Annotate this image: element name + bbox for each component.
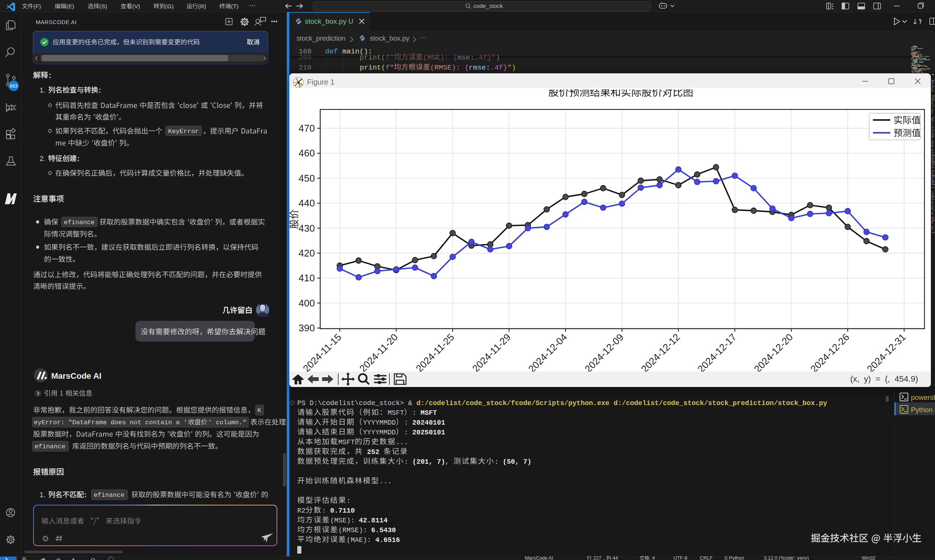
svg-text:行 227，列 44: 行 227，列 44 — [587, 555, 618, 560]
svg-text:410: 410 — [299, 272, 315, 283]
svg-text:CRLF: CRLF — [700, 555, 713, 560]
svg-text:400: 400 — [299, 297, 315, 309]
svg-text:390: 390 — [299, 322, 315, 334]
svg-text:470: 470 — [299, 123, 315, 134]
svg-text:440: 440 — [299, 197, 315, 209]
svg-text:Figure 1: Figure 1 — [307, 78, 334, 86]
svg-text:空格: 4: 空格: 4 — [640, 555, 655, 560]
svg-text:Win32: Win32 — [862, 555, 876, 560]
svg-text:3.12.0 ('fcode': venv): 3.12.0 ('fcode': venv) — [764, 555, 809, 560]
svg-text:UTF-8: UTF-8 — [673, 555, 687, 560]
svg-text:420: 420 — [299, 248, 315, 259]
svg-text:MarsCode AI: MarsCode AI — [525, 555, 553, 560]
svg-text:{} Python: {} Python — [724, 555, 744, 560]
svg-text:(x, y) = (, 454.9): (x, y) = (, 454.9) — [850, 374, 918, 384]
svg-text:460: 460 — [299, 148, 315, 159]
svg-text:450: 450 — [299, 172, 315, 184]
svg-text:430: 430 — [299, 223, 315, 234]
